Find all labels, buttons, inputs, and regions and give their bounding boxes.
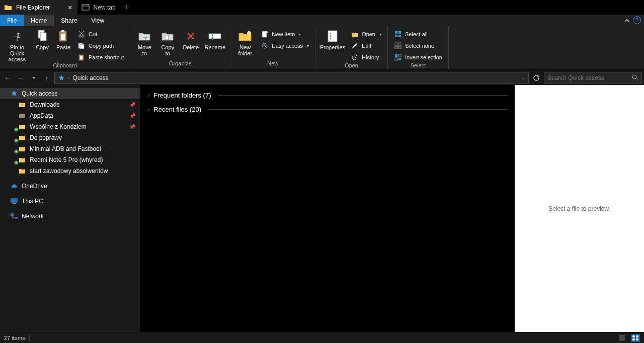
- sidebar-quick-access[interactable]: Quick access: [0, 88, 140, 99]
- close-icon[interactable]: ×: [68, 4, 72, 12]
- svg-rect-6: [61, 34, 65, 40]
- group-label: New: [230, 60, 315, 69]
- pin-quick-access-button[interactable]: Pin to Quick access: [3, 28, 31, 62]
- new-item-button[interactable]: New item▾: [258, 29, 312, 39]
- history-button[interactable]: History: [348, 52, 384, 62]
- label: AppData: [30, 112, 53, 119]
- move-to-button[interactable]: Move to: [133, 28, 155, 56]
- forward-button[interactable]: →: [15, 72, 26, 83]
- help-icon[interactable]: ?: [633, 16, 641, 24]
- svg-point-37: [632, 75, 636, 79]
- open-button[interactable]: Open▾: [348, 29, 384, 39]
- copy-to-button[interactable]: Copy to: [156, 28, 179, 56]
- sidebar-item[interactable]: Do poprawy: [0, 132, 140, 143]
- svg-rect-26: [398, 31, 401, 34]
- section-frequent-folders[interactable]: › Frequent folders (7): [148, 89, 508, 101]
- svg-rect-0: [82, 5, 89, 10]
- label: Do poprawy: [30, 134, 62, 141]
- menu-view[interactable]: View: [84, 15, 111, 26]
- easy-access-button[interactable]: Easy access▾: [258, 41, 312, 51]
- collapse-ribbon-icon[interactable]: [622, 15, 632, 26]
- sidebar-item[interactable]: AppData📌: [0, 110, 140, 121]
- label: New folder: [238, 44, 253, 56]
- sidebar-item[interactable]: Minimal ADB and Fastboot: [0, 143, 140, 154]
- refresh-button[interactable]: [531, 74, 542, 81]
- sidebar-this-pc[interactable]: This PC: [0, 196, 140, 207]
- quick-access-star-icon: [10, 90, 18, 98]
- copy-path-button[interactable]: Copy path: [74, 41, 127, 51]
- sidebar-network[interactable]: Network: [0, 211, 140, 222]
- copy-button[interactable]: Copy: [32, 28, 52, 50]
- invert-selection-button[interactable]: Invert selection: [391, 52, 445, 62]
- label: Move to: [138, 44, 151, 56]
- svg-rect-36: [398, 58, 401, 60]
- sidebar-item[interactable]: start zawodowy absolwentów: [0, 165, 140, 177]
- main-area: Quick access Downloads📌AppData📌Wspólne z…: [0, 85, 644, 332]
- thumbnails-view-button[interactable]: [631, 334, 640, 342]
- back-button[interactable]: ←: [2, 72, 13, 83]
- svg-point-7: [79, 35, 81, 37]
- chevron-down-icon[interactable]: ⌄: [521, 75, 525, 80]
- sidebar-item[interactable]: Wspólne z Kondziem📌: [0, 121, 140, 132]
- window-icon: [82, 4, 90, 12]
- recent-locations-button[interactable]: ▾: [28, 72, 39, 83]
- sidebar-item[interactable]: Downloads📌: [0, 99, 140, 110]
- svg-rect-35: [395, 58, 397, 60]
- label: History: [362, 54, 379, 60]
- pin-icon: 📌: [129, 102, 135, 108]
- select-none-button[interactable]: Select none: [391, 41, 445, 51]
- label: Copy to: [161, 44, 174, 56]
- paste-shortcut-button[interactable]: Paste shortcut: [74, 52, 127, 62]
- open-icon: [351, 30, 359, 38]
- sidebar-onedrive[interactable]: OneDrive: [0, 181, 140, 192]
- menu-file[interactable]: File: [0, 15, 24, 26]
- label: Downloads: [30, 101, 59, 108]
- select-all-icon: [394, 30, 402, 38]
- label: Edit: [362, 43, 371, 49]
- network-icon: [10, 212, 18, 220]
- chevron-right-icon: ›: [68, 75, 69, 80]
- add-tab-button[interactable]: +: [121, 2, 133, 13]
- delete-button[interactable]: Delete: [180, 28, 202, 50]
- details-view-button[interactable]: [618, 334, 627, 342]
- select-all-button[interactable]: Select all: [391, 29, 445, 39]
- chevron-right-icon: ›: [148, 107, 149, 112]
- search-box[interactable]: [544, 72, 642, 84]
- svg-rect-5: [61, 30, 64, 32]
- section-recent-files[interactable]: › Recent files (20): [148, 103, 508, 115]
- svg-point-18: [266, 31, 268, 33]
- quick-access-star-icon: [58, 74, 65, 81]
- ribbon-group-open: Properties Open▾ Edit History Open: [315, 26, 388, 69]
- label: Wspólne z Kondziem: [30, 123, 87, 130]
- onedrive-icon: [10, 182, 18, 190]
- folder-icon: [18, 101, 26, 109]
- new-folder-button[interactable]: New folder: [233, 28, 257, 56]
- label: Invert selection: [405, 54, 442, 60]
- address-bar[interactable]: › Quick access ⌄: [54, 72, 529, 84]
- tab-label: New tab: [94, 4, 116, 11]
- cut-button[interactable]: Cut: [74, 29, 127, 39]
- menu-share[interactable]: Share: [54, 15, 84, 26]
- divider: [218, 95, 508, 96]
- easy-access-icon: [261, 42, 269, 50]
- svg-point-22: [330, 36, 332, 37]
- search-input[interactable]: [547, 74, 632, 81]
- label: OneDrive: [22, 183, 47, 190]
- svg-rect-50: [632, 335, 635, 337]
- label: Cut: [89, 31, 97, 37]
- menu-home[interactable]: Home: [24, 15, 54, 26]
- history-icon: [351, 53, 359, 61]
- paste-button[interactable]: Paste: [53, 28, 73, 50]
- address-bar-row: ← → ▾ ↑ › Quick access ⌄: [0, 70, 644, 85]
- group-label: Clipboard: [0, 62, 130, 69]
- sidebar-item[interactable]: Redmi Note 5 Pro (whyred): [0, 154, 140, 165]
- edit-button[interactable]: Edit: [348, 41, 384, 51]
- svg-point-23: [330, 38, 332, 40]
- label: Select none: [405, 43, 434, 49]
- tab-new-tab[interactable]: New tab: [77, 0, 121, 15]
- up-button[interactable]: ↑: [41, 72, 52, 83]
- folder-icon: [18, 134, 26, 142]
- tab-file-explorer[interactable]: File Explorer ×: [0, 0, 77, 15]
- rename-button[interactable]: Rename: [203, 28, 227, 50]
- properties-button[interactable]: Properties: [318, 28, 347, 50]
